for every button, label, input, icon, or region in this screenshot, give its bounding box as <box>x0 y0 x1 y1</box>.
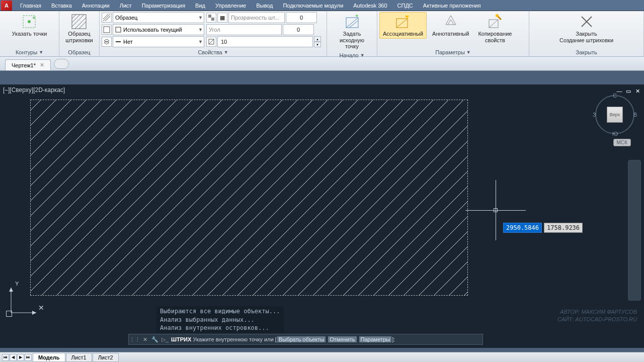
annotative-button[interactable]: Аннотативный <box>429 12 472 39</box>
menu-layout[interactable]: Лист <box>115 1 137 10</box>
navigation-bar[interactable] <box>628 160 641 301</box>
match-props-button[interactable]: Копирование свойств <box>474 12 515 45</box>
svg-line-65 <box>328 100 468 296</box>
cmdline-config-icon[interactable]: 🔧 <box>151 335 159 343</box>
viewcube-west[interactable]: З <box>593 112 596 118</box>
transparency-icon[interactable] <box>206 13 216 23</box>
panel-title-params[interactable]: Параметры▼ <box>432 48 474 56</box>
angle-value[interactable] <box>283 24 314 35</box>
svg-line-38 <box>31 100 116 296</box>
pattern-combo[interactable]: Образец▼ <box>113 12 204 23</box>
coord-y-input[interactable]: 1758.9236 <box>544 223 583 233</box>
command-line[interactable]: ⋮⋮ ✕ 🔧 ▷_ ШТРИХ Укажите внутреннюю точку… <box>128 334 483 345</box>
transparency-lock-icon[interactable]: ▦ <box>217 13 227 23</box>
menu-home[interactable]: Главная <box>15 1 46 10</box>
svg-line-54 <box>162 100 358 296</box>
close-icon <box>579 14 595 30</box>
ucs-y-label: Y <box>15 281 19 287</box>
panel-close: Закрыть Создание штриховки Закрыть <box>529 11 644 56</box>
svg-line-68 <box>373 100 468 296</box>
associative-button[interactable]: Ассоциативный <box>379 12 427 39</box>
svg-rect-13 <box>116 27 121 32</box>
hatch-lines <box>31 100 468 296</box>
cmdline-opt-settings[interactable]: Параметры <box>359 336 392 342</box>
close-hatch-button[interactable]: Закрыть Создание штриховки <box>556 12 617 45</box>
layer-icon[interactable] <box>102 37 112 47</box>
viewcube-north[interactable]: С <box>613 93 617 99</box>
tab-nav-next-icon[interactable]: ▶ <box>17 354 24 361</box>
panel-title-contours[interactable]: Контуры▼ <box>13 48 46 56</box>
transparency-field[interactable]: Прозрачность шт... <box>228 12 285 23</box>
angle-field[interactable]: Угол <box>206 24 282 35</box>
menu-view[interactable]: Вид <box>190 1 210 10</box>
svg-line-49 <box>86 100 282 296</box>
file-tab-close-icon[interactable]: ✕ <box>40 62 44 68</box>
vp-close-icon[interactable]: ✕ <box>634 87 641 95</box>
tab-nav-prev-icon[interactable]: ◀ <box>10 354 17 361</box>
set-origin-button[interactable]: + Задать исходную точку <box>329 12 375 51</box>
color-icon[interactable] <box>102 25 112 35</box>
viewcube-south[interactable]: Ю <box>612 131 618 137</box>
tab-nav-last-icon[interactable]: ⏭ <box>25 354 32 361</box>
none-combo[interactable]: Нет▼ <box>113 36 204 47</box>
svg-point-29 <box>496 14 499 17</box>
scale-spinner[interactable]: ▲▼ <box>314 36 321 47</box>
vp-minimize-icon[interactable]: — <box>616 87 623 95</box>
vp-maximize-icon[interactable]: ▭ <box>625 87 632 95</box>
dynamic-input: 2950.5846 1758.9236 <box>503 223 583 233</box>
menu-annotate[interactable]: Аннотации <box>77 1 115 10</box>
scale-value[interactable] <box>217 36 313 47</box>
cmdline-grip-icon[interactable]: ⋮⋮ <box>131 335 139 343</box>
svg-line-8 <box>79 22 86 29</box>
scale-icon[interactable] <box>206 37 216 47</box>
close-hatch-label: Закрыть Создание штриховки <box>559 31 613 43</box>
pick-points-button[interactable]: + Указать точки <box>9 12 51 39</box>
cmdline-close-icon[interactable]: ✕ <box>141 335 149 343</box>
svg-rect-15 <box>208 15 211 18</box>
panel-title-pattern: Образец <box>65 48 93 56</box>
cmdline-opt-undo[interactable]: Отменить <box>328 336 356 342</box>
svg-line-52 <box>131 100 328 296</box>
menu-autodesk360[interactable]: Autodesk 360 <box>348 1 392 10</box>
tab-model[interactable]: Модель <box>33 353 65 362</box>
match-props-label: Копирование свойств <box>478 31 512 43</box>
coord-x-input[interactable]: 2950.5846 <box>503 223 542 233</box>
svg-line-43 <box>31 100 192 296</box>
new-tab-button[interactable] <box>54 59 69 69</box>
tab-sheet1[interactable]: Лист1 <box>66 353 92 362</box>
menu-insert[interactable]: Вставка <box>46 1 77 10</box>
panel-title-close: Закрыть <box>573 48 600 56</box>
hatch-pattern-button[interactable]: Образец штриховки <box>62 12 96 45</box>
svg-text:+: + <box>32 15 35 21</box>
menu-parametric[interactable]: Параметризация <box>137 1 190 10</box>
svg-line-67 <box>358 100 468 296</box>
tab-sheet2[interactable]: Лист2 <box>93 353 119 362</box>
panel-title-origin[interactable]: Начало▼ <box>336 51 367 59</box>
menu-manage[interactable]: Управление <box>210 1 251 10</box>
svg-line-7 <box>72 15 76 19</box>
viewcube-east[interactable]: В <box>633 112 637 118</box>
menu-output[interactable]: Вывод <box>251 1 278 10</box>
menu-plugins[interactable]: Подключаемые модули <box>278 1 348 10</box>
drawing-canvas[interactable]: [–][Сверху][2D-каркас] — ▭ ✕ 2950.5846 1… <box>0 84 644 348</box>
file-tab-drawing1[interactable]: Чертеж1* ✕ <box>5 59 51 70</box>
viewcube-wcs-badge[interactable]: МСК <box>613 139 631 146</box>
tab-nav-first-icon[interactable]: ⏮ <box>2 354 9 361</box>
layout-tab-bar: ⏮ ◀ ▶ ⏭ Модель Лист1 Лист2 <box>0 352 644 362</box>
menu-spds[interactable]: СПДС <box>392 1 418 10</box>
svg-line-51 <box>116 100 312 296</box>
cmd-history-line: Анализ внутренних островков... <box>160 324 280 332</box>
cmdline-opt-select[interactable]: Выбрать объекты <box>277 336 326 342</box>
transparency-value[interactable] <box>286 12 317 23</box>
menu-active-apps[interactable]: Активные приложения <box>418 1 486 10</box>
svg-line-28 <box>489 20 498 28</box>
viewcube[interactable]: С Ю В З Верх <box>595 95 635 135</box>
hatch-type-icon[interactable] <box>102 13 112 23</box>
svg-line-72 <box>433 100 468 296</box>
use-current-combo[interactable]: Использовать текущий▼ <box>113 24 204 35</box>
panel-title-properties[interactable]: Свойства▼ <box>195 48 231 56</box>
ribbon: + Указать точки Контуры▼ Образец штрихов… <box>0 11 644 57</box>
app-icon[interactable]: A <box>1 1 12 11</box>
viewport-label[interactable]: [–][Сверху][2D-каркас] <box>3 86 65 94</box>
svg-line-50 <box>101 100 297 296</box>
